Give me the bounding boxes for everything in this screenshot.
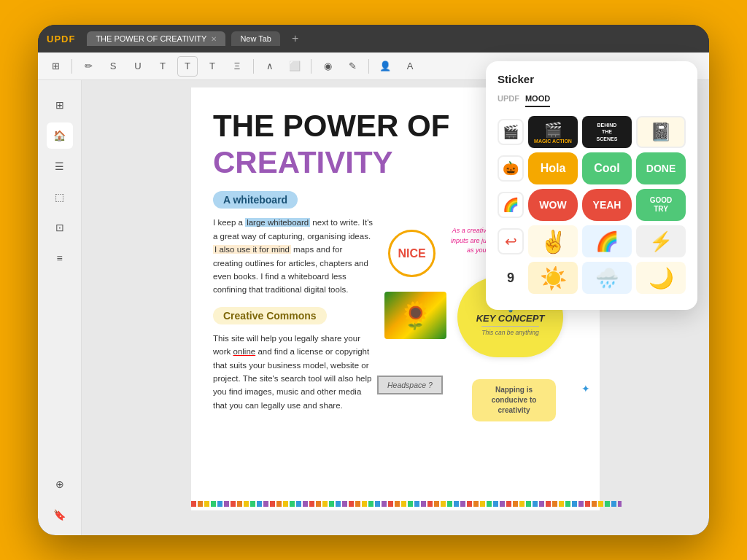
stars-icon: ✦ <box>581 383 590 394</box>
tab-close-icon[interactable]: ✕ <box>211 35 217 43</box>
active-tab[interactable]: THE POWER OF CREATIVITY ✕ <box>87 31 225 46</box>
sticker-wow[interactable]: WOW <box>528 189 578 221</box>
sidebar-menu-btn[interactable]: ≡ <box>47 245 73 271</box>
app-logo: UPDF <box>47 34 75 44</box>
add-tab-button[interactable]: + <box>286 32 304 45</box>
sidebar-bookmark-btn[interactable]: 🔖 <box>47 502 73 528</box>
sticker-done[interactable]: DONE <box>636 152 686 184</box>
toolbar-circle-btn[interactable]: ◉ <box>317 56 338 77</box>
sticker-behind-scenes[interactable]: BEHINDTHESCENES <box>582 116 632 148</box>
toolbar-strike-btn[interactable]: S <box>103 56 123 77</box>
sticker-peace[interactable]: ✌️ <box>528 225 578 257</box>
color-bar <box>191 501 622 507</box>
sticker-panel: Sticker UPDF MOOD 🎬 🎬 MAGIC ACTION BEHIN… <box>486 61 697 310</box>
sticker-left-icon-2[interactable]: 🎃 <box>498 155 524 182</box>
sticker-row-4-items: ✌️ 🌈 ⚡ <box>528 225 686 257</box>
sidebar: ⊞ 🏠 ☰ ⬚ ⊡ ≡ ⊕ 🔖 <box>38 80 82 535</box>
sticker-tab-updf[interactable]: UPDF <box>498 94 519 107</box>
key-concept-title: KEY CONCEPT <box>476 313 545 324</box>
section1-label: A whiteboard <box>213 191 298 209</box>
new-tab[interactable]: New Tab <box>231 31 280 46</box>
sticker-thunder[interactable]: ⚡ <box>636 225 686 257</box>
toolbar-sep-2 <box>253 59 254 74</box>
sticker-yeah[interactable]: YEAH <box>582 189 632 221</box>
highlight-also: I also use it for mind <box>213 245 291 254</box>
sidebar-bottom: ⊕ 🔖 <box>47 471 73 528</box>
sticker-tabs: UPDF MOOD <box>498 94 686 107</box>
nice-badge: NICE <box>388 230 436 277</box>
sticker-rainbow2[interactable]: 🌈 <box>582 225 632 257</box>
toolbar-list-btn[interactable]: Ξ <box>227 56 247 77</box>
sticker-row-2: 🎃 Hola Cool DONE <box>498 152 686 184</box>
toolbar-grid-btn[interactable]: ⊞ <box>45 56 66 77</box>
sidebar-home-btn[interactable]: 🏠 <box>47 122 73 149</box>
toolbar-sep-4 <box>368 59 369 74</box>
napping-badge: Napping is conducive to creativity <box>472 379 556 421</box>
sticker-left-icon-4[interactable]: ↩ <box>498 228 524 254</box>
section2-label: Creative Commons <box>213 307 327 324</box>
app-frame: UPDF THE POWER OF CREATIVITY ✕ New Tab +… <box>38 25 709 535</box>
sidebar-grid-btn[interactable]: ⊞ <box>47 92 73 118</box>
sidebar-add-btn[interactable]: ⊕ <box>47 471 73 497</box>
body-text-2: This site will help you legally share yo… <box>213 332 374 412</box>
sticker-left-icon-1[interactable]: 🎬 <box>498 119 524 145</box>
toolbar-text3-btn[interactable]: T <box>202 56 222 77</box>
title-bar: UPDF THE POWER OF CREATIVITY ✕ New Tab + <box>38 25 709 52</box>
headspace-box: Headspace ? <box>377 376 443 394</box>
highlight-whiteboard: large whiteboard <box>245 218 310 227</box>
sidebar-layers-btn[interactable]: ⬚ <box>47 184 73 210</box>
sticker-row-2-items: Hola Cool DONE <box>528 152 686 184</box>
key-concept-sub: This can be anything <box>481 326 538 336</box>
sticker-goodtry[interactable]: GOODTRY <box>636 189 686 221</box>
sticker-row-5: 9 ☀️ 🌧️ 🌙 <box>498 262 686 294</box>
sticker-row-5-items: ☀️ 🌧️ 🌙 <box>528 262 686 294</box>
toolbar-underline-btn[interactable]: U <box>128 56 148 77</box>
toolbar-sep-3 <box>311 59 311 74</box>
toolbar-shape-btn[interactable]: ∧ <box>260 56 280 77</box>
underline-online: online <box>233 347 255 356</box>
toolbar-text2-btn[interactable]: T <box>177 56 198 77</box>
sticker-tab-mood[interactable]: MOOD <box>525 94 550 107</box>
sticker-left-icon-5[interactable]: 9 <box>498 265 524 291</box>
sticker-row-3-items: WOW YEAH GOODTRY <box>528 189 686 221</box>
sticker-moon[interactable]: 🌙 <box>636 262 686 294</box>
sticker-magic-action[interactable]: 🎬 MAGIC ACTION <box>528 116 578 148</box>
sticker-sun[interactable]: ☀️ <box>528 262 578 294</box>
nice-text: NICE <box>398 247 425 260</box>
toolbar-pen-btn[interactable]: ✏ <box>78 56 98 77</box>
sticker-notepad[interactable]: 📓 <box>636 116 686 148</box>
sticker-row-4: ↩ ✌️ 🌈 ⚡ <box>498 225 686 257</box>
sidebar-list-btn[interactable]: ☰ <box>47 153 73 179</box>
sticker-cool[interactable]: Cool <box>582 152 632 184</box>
toolbar-rect-btn[interactable]: ⬜ <box>285 56 305 77</box>
sidebar-search-btn[interactable]: ⊡ <box>47 214 73 241</box>
toolbar-pencil-btn[interactable]: ✎ <box>342 56 363 77</box>
toolbar-font-btn[interactable]: A <box>400 56 420 77</box>
sticker-row-1: 🎬 🎬 MAGIC ACTION BEHINDTHESCENES 📓 <box>498 116 686 148</box>
sticker-cloud-rain[interactable]: 🌧️ <box>582 262 632 294</box>
sticker-left-icon-3[interactable]: 🌈 <box>498 192 524 218</box>
sticker-panel-title: Sticker <box>498 73 686 85</box>
sticker-row-3: 🌈 WOW YEAH GOODTRY <box>498 189 686 221</box>
sticker-row-1-items: 🎬 MAGIC ACTION BEHINDTHESCENES 📓 <box>528 116 686 148</box>
toolbar-user-btn[interactable]: 👤 <box>375 56 395 77</box>
body-text-1: I keep a large whiteboard next to write.… <box>213 216 374 296</box>
sticker-hola[interactable]: Hola <box>528 152 578 184</box>
toolbar-text-btn[interactable]: T <box>152 56 173 77</box>
sunflower-image: 🌻 <box>384 292 446 339</box>
toolbar-sep-1 <box>71 59 72 74</box>
